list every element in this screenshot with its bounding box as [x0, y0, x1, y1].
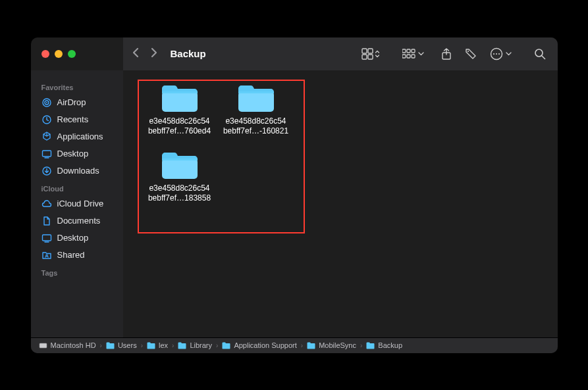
- folder-name: e3e458d8c26c54bebff7ef…183858: [148, 183, 211, 203]
- svg-point-11: [467, 50, 468, 51]
- folder-icon: [160, 151, 200, 181]
- folder-icon: [147, 342, 155, 349]
- folder-item[interactable]: e3e458d8c26c54bebff7ef…-160821: [219, 84, 293, 136]
- icloud-icon: [41, 199, 52, 209]
- sidebar-item-applications[interactable]: Applications: [31, 128, 123, 145]
- minimize-window-button[interactable]: [55, 50, 63, 58]
- path-bar: Macintosh HD›Users›lex›Library›Applicati…: [31, 337, 558, 353]
- folder-item[interactable]: e3e458d8c26c54bebff7ef…760ed4: [143, 84, 217, 136]
- shared-icon: [41, 250, 52, 260]
- downloads-icon: [41, 166, 52, 176]
- svg-rect-27: [238, 91, 274, 112]
- sidebar-section-header: iCloud: [31, 180, 123, 195]
- path-segment-label: Application Support: [234, 341, 296, 349]
- chevron-right-icon: [151, 47, 157, 58]
- sidebar-item-label: Recents: [57, 114, 89, 124]
- group-by-button[interactable]: [400, 46, 427, 62]
- more-icon: [490, 47, 503, 61]
- sidebar-item-label: iCloud Drive: [57, 199, 104, 208]
- sidebar-item-desktop[interactable]: Desktop: [31, 145, 123, 162]
- sidebar-item-desktop[interactable]: Desktop: [31, 230, 123, 247]
- svg-rect-28: [238, 91, 274, 93]
- svg-point-13: [493, 53, 494, 54]
- svg-point-15: [498, 53, 499, 54]
- close-window-button[interactable]: [41, 50, 49, 58]
- path-segment[interactable]: Application Support: [222, 341, 296, 349]
- svg-rect-5: [407, 49, 410, 53]
- nav-arrows: [132, 47, 157, 60]
- path-segment[interactable]: Backup: [366, 341, 402, 349]
- svg-rect-21: [42, 151, 51, 157]
- path-segment[interactable]: lex: [147, 341, 168, 349]
- clock-icon: [41, 114, 52, 125]
- toolbar: Backup: [31, 37, 558, 70]
- path-separator: ›: [141, 342, 143, 349]
- svg-rect-2: [362, 55, 367, 59]
- group-icon: [402, 49, 415, 59]
- sidebar-section-header: Favorites: [31, 78, 123, 94]
- svg-rect-30: [162, 158, 198, 160]
- sidebar-item-icloud-drive[interactable]: iCloud Drive: [31, 195, 123, 212]
- folder-icon: [236, 84, 276, 114]
- sidebar-item-recents[interactable]: Recents: [31, 111, 123, 128]
- svg-rect-4: [402, 49, 406, 53]
- finder-window: Backup: [31, 37, 558, 353]
- sidebar-item-documents[interactable]: Documents: [31, 212, 123, 230]
- sidebar-item-shared[interactable]: Shared: [31, 247, 123, 264]
- up-down-chevron-icon: [375, 49, 380, 59]
- window-controls: [31, 37, 123, 70]
- sidebar-item-label: Applications: [57, 132, 103, 141]
- sidebar-section-header: Tags: [31, 264, 123, 280]
- chevron-left-icon: [132, 47, 139, 58]
- svg-rect-23: [42, 235, 51, 241]
- folder-icon: [366, 342, 375, 349]
- search-button[interactable]: [531, 45, 548, 62]
- path-separator: ›: [100, 342, 102, 349]
- folder-icon: [178, 342, 186, 349]
- path-separator: ›: [172, 342, 174, 349]
- forward-button[interactable]: [151, 47, 157, 60]
- sidebar-item-label: AirDrop: [57, 97, 86, 107]
- path-segment[interactable]: Library: [178, 341, 212, 349]
- chevron-down-icon: [506, 52, 512, 56]
- svg-point-19: [46, 102, 47, 103]
- toolbar-main: Backup: [123, 37, 558, 70]
- path-separator: ›: [301, 342, 303, 349]
- body: FavoritesAirDropRecentsApplicationsDeskt…: [31, 70, 558, 337]
- sidebar-item-downloads[interactable]: Downloads: [31, 162, 123, 180]
- share-icon: [441, 48, 452, 60]
- svg-rect-31: [40, 343, 47, 348]
- window-title: Backup: [171, 48, 206, 59]
- svg-point-14: [495, 53, 496, 54]
- path-segment-label: Macintosh HD: [51, 341, 96, 349]
- sidebar-item-label: Documents: [57, 216, 101, 226]
- path-segment-label: Users: [118, 341, 137, 349]
- svg-rect-29: [162, 158, 198, 179]
- path-segment-label: Backup: [378, 341, 402, 349]
- sidebar-item-label: Desktop: [57, 233, 89, 243]
- path-segment[interactable]: Users: [106, 341, 137, 349]
- action-menu-button[interactable]: [487, 45, 514, 63]
- tags-button[interactable]: [462, 45, 479, 62]
- svg-rect-0: [362, 49, 367, 53]
- back-button[interactable]: [132, 47, 139, 60]
- folder-grid: e3e458d8c26c54bebff7ef…760ed4 e3e458d8c2…: [143, 84, 293, 203]
- path-segment[interactable]: Macintosh HD: [39, 341, 96, 350]
- svg-point-24: [45, 255, 47, 256]
- zoom-window-button[interactable]: [68, 50, 76, 58]
- sidebar-item-label: Shared: [57, 250, 85, 260]
- sidebar-item-airdrop[interactable]: AirDrop: [31, 94, 123, 111]
- svg-rect-7: [402, 55, 406, 58]
- view-mode-button[interactable]: [359, 45, 383, 62]
- airdrop-icon: [41, 97, 52, 108]
- content-area[interactable]: e3e458d8c26c54bebff7ef…760ed4 e3e458d8c2…: [123, 70, 558, 337]
- path-segment[interactable]: MobileSync: [307, 341, 356, 349]
- svg-rect-8: [407, 55, 410, 58]
- share-button[interactable]: [439, 45, 454, 62]
- grid-icon: [361, 48, 373, 60]
- sidebar-item-label: Downloads: [57, 166, 99, 176]
- path-separator: ›: [216, 342, 218, 349]
- folder-item[interactable]: e3e458d8c26c54bebff7ef…183858: [143, 151, 217, 203]
- folder-icon: [307, 342, 315, 349]
- desktop-icon: [41, 233, 52, 243]
